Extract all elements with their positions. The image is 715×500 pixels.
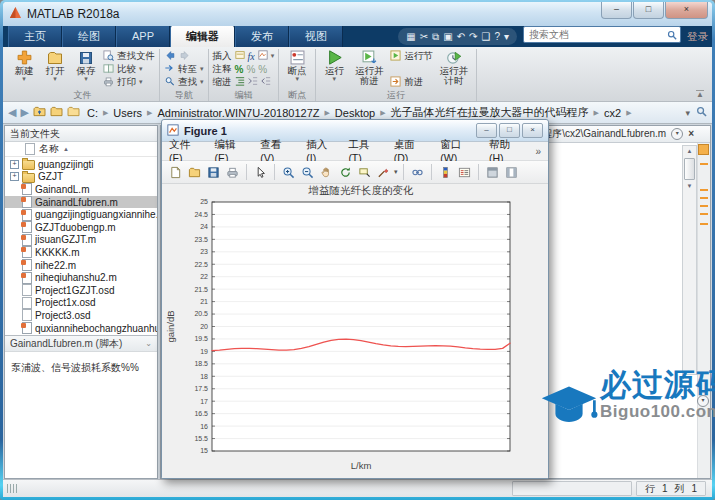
figure-maximize-button[interactable]: □ (499, 123, 520, 138)
list-item[interactable]: nihe22.m (5, 259, 157, 272)
figure-close-button[interactable]: × (522, 123, 543, 138)
breadcrumb-segment[interactable]: cx2 (604, 107, 621, 119)
maximize-button[interactable]: □ (633, 2, 664, 19)
zoom-out-icon[interactable] (299, 164, 316, 181)
show-plot-tools-icon[interactable] (503, 164, 520, 181)
browse-folder-icon[interactable] (50, 106, 63, 119)
scroll-up-icon[interactable]: ▲ (683, 146, 696, 157)
list-item[interactable]: jisuanGZJT.m (5, 234, 157, 247)
print-button[interactable]: 打印 ▾ (103, 76, 155, 88)
list-item[interactable]: Project1x.osd (5, 297, 157, 310)
minimize-button[interactable]: – (601, 2, 632, 19)
breadcrumb-segment[interactable]: Users (113, 107, 142, 119)
scrollbar-thumb[interactable] (684, 158, 695, 180)
editor-scrollbar[interactable]: ▲ ▼ (682, 145, 697, 375)
up-folder-icon[interactable] (33, 106, 46, 119)
tab-2[interactable]: 绘图 (62, 26, 116, 47)
nav-forward-icon[interactable]: ▶ (20, 106, 28, 119)
find-files-button[interactable]: 查找文件 (103, 50, 155, 62)
save-icon[interactable] (205, 164, 222, 181)
editor-tab-dropdown-icon[interactable]: ▾ (671, 128, 683, 140)
scroll-down-icon[interactable]: ▼ (683, 181, 696, 192)
run-and-time-button[interactable]: 运行并计时 (436, 49, 472, 89)
resize-grip-icon[interactable] (7, 484, 19, 493)
data-cursor-icon[interactable] (356, 164, 373, 181)
cut-icon[interactable]: ✂ (420, 32, 428, 42)
run-button[interactable]: 运行 ▾ (320, 49, 348, 89)
colorbar-icon[interactable] (437, 164, 454, 181)
paste-icon[interactable]: ▣ (443, 32, 452, 42)
search-input[interactable] (527, 28, 667, 41)
list-item[interactable]: quxiannihebochangzhuanhuan.... (5, 322, 157, 335)
list-item[interactable]: Project3.osd (5, 309, 157, 322)
legend-icon[interactable] (456, 164, 473, 181)
zoom-in-icon[interactable] (280, 164, 297, 181)
brush-icon[interactable] (375, 164, 392, 181)
breakpoints-button[interactable]: 断点 ▾ (283, 49, 311, 89)
figure-minimize-button[interactable]: – (476, 123, 497, 138)
menu-overflow-icon[interactable]: » (535, 146, 541, 157)
hide-plot-tools-icon[interactable] (484, 164, 501, 181)
goto-button[interactable]: 转至 ▾ (164, 63, 204, 75)
address-dropdown-icon[interactable]: ▾ (685, 110, 690, 116)
address-search-icon[interactable] (696, 106, 707, 119)
save-button[interactable]: 保存 ▾ (72, 49, 100, 89)
back-icon[interactable] (164, 50, 176, 63)
nav-back-icon[interactable]: ◀ (8, 106, 16, 119)
open-button[interactable]: 打开 ▾ (41, 49, 69, 89)
forward-icon[interactable] (179, 50, 191, 63)
breadcrumb-segment[interactable]: Desktop (335, 107, 375, 119)
list-item[interactable]: +guangzijingti (5, 158, 157, 171)
save-icon[interactable]: ▦ (406, 32, 415, 42)
tab-5[interactable]: 发布 (235, 26, 289, 47)
expand-icon[interactable]: + (10, 172, 19, 181)
editor-tab-close-icon[interactable]: × (688, 129, 694, 139)
tab-1[interactable]: 主页 (8, 26, 62, 47)
help-icon[interactable]: ? (494, 32, 500, 42)
list-item[interactable]: KKKKK.m (5, 246, 157, 259)
file-details-header[interactable]: GainandLfubren.m (脚本) ⌄ (5, 335, 157, 352)
breadcrumb-segment[interactable]: C: (87, 107, 98, 119)
list-item[interactable]: guangzijingtiguangxiannihe.m (5, 208, 157, 221)
find-button[interactable]: 查找 ▾ (164, 76, 204, 88)
new-figure-icon[interactable] (167, 164, 184, 181)
desktop-icon[interactable]: ❑ (481, 32, 490, 42)
expand-icon[interactable]: + (10, 160, 19, 169)
collapse-ribbon-button[interactable]: ▲ (696, 90, 704, 98)
qat-dropdown-icon[interactable]: ▾ (504, 32, 509, 42)
redo-icon[interactable]: ↷ (469, 32, 477, 42)
indent-button[interactable]: 缩进 (213, 76, 275, 88)
pan-icon[interactable] (318, 164, 335, 181)
list-item[interactable]: Project1GZJT.osd (5, 284, 157, 297)
new-button[interactable]: 新建 ▾ (10, 49, 38, 89)
edit-arrow-icon[interactable] (252, 164, 269, 181)
link-plot-icon[interactable] (409, 164, 426, 181)
run-and-advance-button[interactable]: 运行并前进 (351, 49, 387, 89)
list-item[interactable]: niheqiuhanshu2.m (5, 271, 157, 284)
list-item[interactable]: GainandLfubren.m (5, 196, 157, 209)
search-icon[interactable] (667, 26, 677, 44)
tab-6[interactable]: 视图 (289, 26, 343, 47)
copy-icon[interactable]: ⧉ (432, 32, 439, 42)
list-item[interactable]: GainandL.m (5, 183, 157, 196)
brush-dropdown-icon[interactable]: ▾ (394, 169, 398, 175)
comment-button[interactable]: 注释 % % % (213, 63, 275, 75)
breadcrumb-segment[interactable]: Administrator.WIN7U-20180127Z (157, 107, 319, 119)
run-section-button[interactable]: 运行节 (390, 50, 433, 62)
insert-button[interactable]: 插入 fx ▾ (213, 50, 275, 62)
tab-4[interactable]: 编辑器 (170, 26, 235, 47)
advance-button[interactable]: 前进 (390, 76, 433, 88)
rotate-3d-icon[interactable] (337, 164, 354, 181)
compare-button[interactable]: 比较 ▾ (103, 63, 155, 75)
tab-3[interactable]: APP (116, 26, 170, 47)
login-link[interactable]: 登录 (687, 26, 708, 47)
undo-icon[interactable]: ↶ (457, 32, 465, 42)
figure-window[interactable]: Figure 1 – □ × 文件(F)编辑(E)查看(V)插入(I)工具(T)… (161, 119, 549, 479)
name-column-header[interactable]: 名称 ▲ (5, 142, 157, 157)
close-button[interactable]: × (665, 2, 708, 19)
print-icon[interactable] (224, 164, 241, 181)
breadcrumb-segment[interactable]: 光子晶体光纤在拉曼放大器中的代码程序 (391, 105, 589, 120)
list-item[interactable]: GZJTduobengp.m (5, 221, 157, 234)
open-icon[interactable] (186, 164, 203, 181)
message-summary-icon[interactable] (698, 144, 709, 155)
